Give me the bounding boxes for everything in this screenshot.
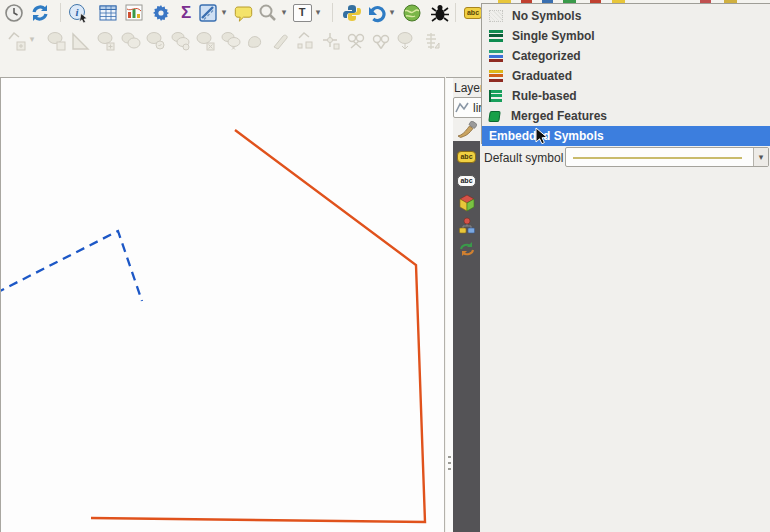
menu-item-graduated[interactable]: Graduated: [482, 66, 770, 86]
menu-item-merged-features[interactable]: Merged Features: [482, 106, 770, 126]
digitize-tool-icon: [145, 30, 167, 52]
toolbar-separator: [455, 3, 456, 22]
default-symbol-label: Default symbol: [484, 151, 563, 165]
single-symbol-icon: [489, 30, 503, 42]
menu-item-label: Categorized: [512, 49, 581, 63]
symbol-preview-line: [573, 157, 742, 159]
mouse-cursor-icon: [535, 127, 549, 145]
digitize-tool-icon: [5, 30, 27, 52]
undo-icon[interactable]: [365, 2, 387, 24]
tab-history[interactable]: [453, 239, 480, 259]
symbology-context-menu: No Symbols Single Symbol Categorized Gra…: [481, 3, 770, 144]
tab-symbology[interactable]: [453, 118, 480, 141]
undo-dropdown-caret[interactable]: ▾: [387, 7, 397, 17]
digitize-tool-icon: [320, 30, 342, 52]
digitize-tool-icon: [220, 30, 242, 52]
text-annotation-caret[interactable]: ▾: [313, 7, 323, 17]
zoom-annotation-caret[interactable]: ▾: [279, 7, 289, 17]
digitize-tool-icon: [45, 30, 67, 52]
tab-masks[interactable]: abc: [453, 171, 480, 191]
digitize-tool-icon: [70, 30, 92, 52]
attribute-table-icon[interactable]: [97, 2, 119, 24]
menu-item-categorized[interactable]: Categorized: [482, 46, 770, 66]
menu-item-label: No Symbols: [512, 9, 581, 23]
map-canvas[interactable]: [0, 77, 445, 532]
line-geometry-icon: [454, 100, 470, 116]
debugging-icon[interactable]: [429, 2, 451, 24]
styling-tab-strip: abc abc: [453, 141, 480, 532]
processing-gear-icon[interactable]: [150, 2, 172, 24]
cube-3d-icon: [458, 194, 476, 212]
menu-item-no-symbols[interactable]: No Symbols: [482, 6, 770, 26]
digitize-tool-icon: [95, 30, 117, 52]
abc-badge: abc: [464, 7, 482, 19]
digitize-tool-icon: [120, 30, 142, 52]
refresh-map-icon[interactable]: [29, 2, 51, 24]
digitize-tool-icon: [345, 30, 367, 52]
tab-labels[interactable]: abc: [453, 147, 480, 167]
map-features: [1, 78, 444, 531]
merged-features-icon: [488, 111, 501, 122]
measure-icon[interactable]: [197, 2, 219, 24]
combobox-caret-icon[interactable]: ▾: [753, 148, 768, 166]
tab-3d-view[interactable]: [453, 193, 480, 213]
categorized-icon: [489, 50, 503, 62]
toolbar-separator: [332, 3, 333, 22]
graduated-icon: [489, 70, 503, 82]
statistical-summary-icon[interactable]: [123, 2, 145, 24]
text-annotation-icon[interactable]: T: [291, 2, 313, 24]
sum-features-icon[interactable]: Σ: [175, 2, 197, 24]
digitize-tool-icon: [295, 30, 317, 52]
paintbrush-icon: [457, 121, 477, 139]
map-tips-icon[interactable]: [233, 2, 255, 24]
menu-item-label: Merged Features: [511, 109, 607, 123]
identify-features-icon[interactable]: i: [68, 2, 90, 24]
digitize-dropdown-caret: ▾: [27, 34, 37, 44]
panel-splitter[interactable]: [446, 78, 453, 532]
qgis-window: i Σ ▾ ▾ T ▾ ▾ abc: [0, 0, 770, 532]
digitize-tool-icon: [395, 30, 417, 52]
menu-item-label: Rule-based: [512, 89, 577, 103]
labels-abc-icon: abc: [457, 151, 475, 163]
digitize-tool-icon: [270, 30, 292, 52]
history-arrows-icon: [458, 241, 476, 257]
measure-dropdown-caret[interactable]: ▾: [219, 7, 229, 17]
panel-title: Layer: [454, 81, 484, 95]
tab-diagrams[interactable]: [453, 216, 480, 236]
digitize-tool-icon: [370, 30, 392, 52]
toolbar-separator: [60, 3, 61, 22]
dashed-line-feature: [1, 231, 142, 301]
menu-item-label: Single Symbol: [512, 29, 595, 43]
masks-abc-icon: abc: [457, 175, 475, 187]
python-console-icon[interactable]: [341, 2, 363, 24]
digitize-tool-icon: [195, 30, 217, 52]
digitize-tool-icon: [245, 30, 267, 52]
menu-item-rule-based[interactable]: Rule-based: [482, 86, 770, 106]
menu-item-single-symbol[interactable]: Single Symbol: [482, 26, 770, 46]
menu-item-embedded-symbols[interactable]: Embedded Symbols: [482, 126, 770, 146]
solid-line-feature: [91, 130, 425, 522]
temporal-controller-icon[interactable]: [3, 2, 25, 24]
default-symbol-combobox[interactable]: ▾: [565, 147, 769, 167]
no-symbols-icon: [489, 10, 503, 22]
zoom-annotation-icon[interactable]: [257, 2, 279, 24]
grass-tools-icon[interactable]: [401, 2, 423, 24]
splitter-handle-icon: [448, 456, 451, 474]
digitize-tool-icon: [170, 30, 192, 52]
diagram-icon: [458, 217, 476, 235]
digitize-tool-icon: [420, 30, 442, 52]
text-annotation-glyph: T: [293, 4, 312, 22]
rule-based-icon: [489, 90, 502, 102]
menu-item-label: Graduated: [512, 69, 572, 83]
